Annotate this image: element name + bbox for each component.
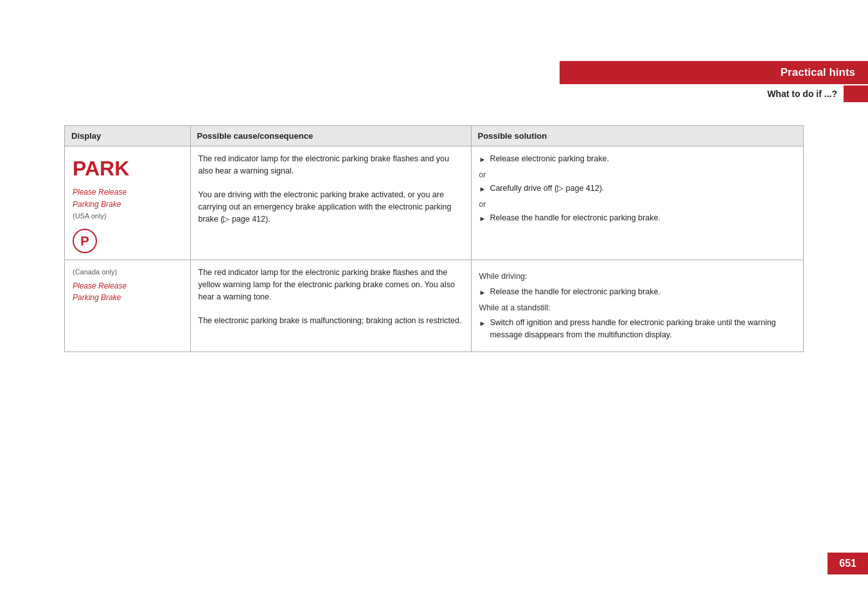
practical-hints-title: Practical hints	[781, 66, 855, 78]
please-release-usa: Please Release Parking Brake	[73, 188, 127, 209]
main-table-container: Display Possible cause/consequence Possi…	[64, 125, 804, 352]
col-header-cause: Possible cause/consequence	[190, 126, 471, 147]
solution-text: Carefully drive off (▷ page 412).	[490, 182, 604, 195]
cause-cell-usa: The red indicator lamp for the electroni…	[190, 147, 471, 260]
solution-cell-usa: ► Release electronic parking brake. or ►…	[471, 147, 804, 260]
please-release-canada: Please Release Parking Brake	[73, 281, 127, 303]
solution-item: ► Release the handle for electronic park…	[479, 286, 796, 298]
park-label: PARK	[73, 153, 182, 184]
bullet-icon: ►	[479, 318, 486, 329]
display-cell-canada: (Canada only) Please Release Parking Bra…	[65, 260, 191, 352]
bullet-icon: ►	[479, 213, 486, 224]
header-section: Practical hints What to do if ...?	[560, 61, 868, 102]
while-driving-heading: While driving:	[479, 271, 796, 283]
solution-list-canada-driving: ► Release the handle for electronic park…	[479, 286, 796, 298]
what-to-do-bar: What to do if ...?	[560, 85, 868, 102]
cause-text-usa-2: You are driving with the electronic park…	[199, 190, 452, 224]
main-table: Display Possible cause/consequence Possi…	[64, 125, 804, 352]
solution-text: Release the handle for electronic parkin…	[490, 286, 660, 298]
solution-item: ► Release electronic parking brake.	[479, 153, 796, 165]
solution-item: ► Release the handle for electronic park…	[479, 212, 796, 224]
bullet-icon: ►	[479, 287, 486, 298]
solution-text: Release electronic parking brake.	[490, 153, 609, 165]
cause-text-usa: The red indicator lamp for the electroni…	[199, 154, 450, 175]
practical-hints-bar: Practical hints	[560, 61, 868, 84]
usa-only-label: (USA only)	[73, 211, 182, 222]
table-row: PARK Please Release Parking Brake (USA o…	[65, 147, 804, 260]
solution-list-canada-standstill: ► Switch off ignition and press handle f…	[479, 317, 796, 341]
canada-only-label: (Canada only)	[73, 267, 182, 278]
what-to-do-red-block	[844, 85, 868, 102]
table-row: (Canada only) Please Release Parking Bra…	[65, 260, 804, 352]
solution-item: ► Carefully drive off (▷ page 412).	[479, 182, 796, 195]
solution-text: Switch off ignition and press handle for…	[490, 317, 795, 341]
solution-list-usa: ► Release electronic parking brake.	[479, 153, 796, 165]
solution-text: Release the handle for electronic parkin…	[490, 212, 660, 224]
or-text-2: or	[479, 199, 796, 210]
solution-cell-canada: While driving: ► Release the handle for …	[471, 260, 804, 352]
solution-list-usa-2: ► Carefully drive off (▷ page 412).	[479, 182, 796, 195]
solution-list-usa-3: ► Release the handle for electronic park…	[479, 212, 796, 224]
cause-cell-canada: The red indicator lamp for the electroni…	[190, 260, 471, 352]
p-circle-icon: P	[73, 229, 97, 253]
col-header-display: Display	[65, 126, 191, 147]
while-standstill-heading: While at a standstill:	[479, 302, 796, 314]
or-text-1: or	[479, 169, 796, 181]
cause-text-canada-1: The red indicator lamp for the electroni…	[199, 268, 456, 301]
display-cell-usa: PARK Please Release Parking Brake (USA o…	[65, 147, 191, 260]
table-header-row: Display Possible cause/consequence Possi…	[65, 126, 804, 147]
cause-text-canada-2: The electronic parking brake is malfunct…	[199, 316, 462, 325]
what-to-do-text: What to do if ...?	[767, 89, 844, 99]
solution-item: ► Switch off ignition and press handle f…	[479, 317, 796, 341]
bullet-icon: ►	[479, 184, 486, 195]
col-header-solution: Possible solution	[471, 126, 804, 147]
page-number: 651	[828, 553, 868, 574]
bullet-icon: ►	[479, 154, 486, 165]
